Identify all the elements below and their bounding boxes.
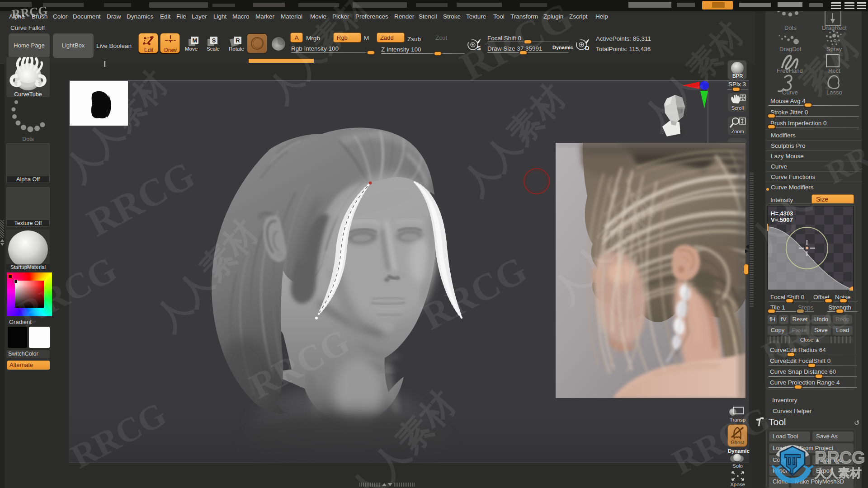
svg-text:Spray: Spray [826, 46, 842, 52]
svg-text:RRCG: RRCG [815, 448, 865, 467]
svg-text:S: S [477, 45, 481, 52]
svg-text:DragDot: DragDot [779, 46, 802, 52]
svg-text:H=.4303: H=.4303 [771, 210, 793, 217]
svg-text:Curve: Curve [782, 89, 798, 96]
svg-text:FreeHand: FreeHand [777, 67, 803, 74]
svg-text:DragRect: DragRect [822, 24, 847, 31]
svg-text:Lasso: Lasso [826, 89, 842, 96]
svg-text:V=.5007: V=.5007 [771, 216, 793, 223]
svg-text:Rect: Rect [828, 67, 840, 74]
svg-text:Dots: Dots [784, 24, 797, 31]
svg-text:D: D [585, 45, 589, 52]
svg-text:人人素材: 人人素材 [814, 466, 862, 480]
